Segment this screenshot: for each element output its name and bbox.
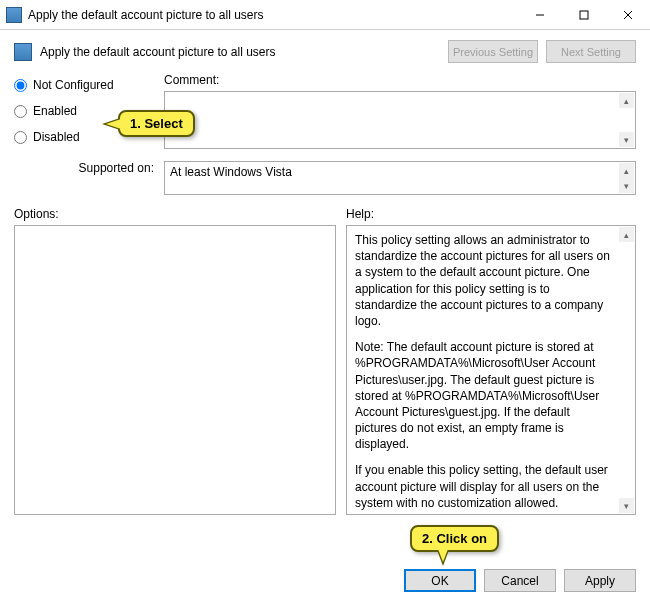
apply-button[interactable]: Apply	[564, 569, 636, 592]
help-label: Help:	[346, 207, 636, 221]
svg-rect-1	[580, 11, 588, 19]
app-icon	[6, 7, 22, 23]
minimize-button[interactable]	[518, 0, 562, 29]
radio-enabled-label: Enabled	[33, 104, 77, 118]
page-title: Apply the default account picture to all…	[40, 45, 448, 59]
radio-enabled[interactable]	[14, 105, 27, 118]
close-button[interactable]	[606, 0, 650, 29]
help-paragraph: Note: The default account picture is sto…	[355, 339, 613, 452]
annotation-callout-click: 2. Click on	[410, 525, 499, 552]
radio-disabled-label: Disabled	[33, 130, 80, 144]
supported-on-text: At least Windows Vista	[165, 162, 635, 182]
supported-on-box: At least Windows Vista ▴ ▾	[164, 161, 636, 195]
radio-not-configured[interactable]	[14, 79, 27, 92]
policy-icon	[14, 43, 32, 61]
help-paragraph: If you enable this policy setting, the d…	[355, 462, 613, 511]
comment-label: Comment:	[164, 73, 636, 87]
scroll-up-icon[interactable]: ▴	[619, 163, 634, 178]
options-pane	[14, 225, 336, 515]
radio-not-configured-label: Not Configured	[33, 78, 114, 92]
dialog-footer: OK Cancel Apply	[0, 559, 650, 602]
radio-disabled[interactable]	[14, 131, 27, 144]
scroll-up-icon[interactable]: ▴	[619, 227, 634, 242]
next-setting-button[interactable]: Next Setting	[546, 40, 636, 63]
scroll-down-icon[interactable]: ▾	[619, 498, 634, 513]
scroll-down-icon[interactable]: ▾	[619, 178, 634, 193]
previous-setting-button[interactable]: Previous Setting	[448, 40, 538, 63]
window-title: Apply the default account picture to all…	[28, 8, 518, 22]
ok-button[interactable]: OK	[404, 569, 476, 592]
scroll-down-icon[interactable]: ▾	[619, 132, 634, 147]
cancel-button[interactable]: Cancel	[484, 569, 556, 592]
maximize-button[interactable]	[562, 0, 606, 29]
help-pane: This policy setting allows an administra…	[346, 225, 636, 515]
titlebar[interactable]: Apply the default account picture to all…	[0, 0, 650, 30]
options-label: Options:	[14, 207, 346, 221]
supported-on-label: Supported on:	[14, 161, 164, 175]
help-paragraph: This policy setting allows an administra…	[355, 232, 613, 329]
comment-textarea[interactable]: ▴ ▾	[164, 91, 636, 149]
scroll-up-icon[interactable]: ▴	[619, 93, 634, 108]
annotation-callout-select: 1. Select	[118, 110, 195, 137]
